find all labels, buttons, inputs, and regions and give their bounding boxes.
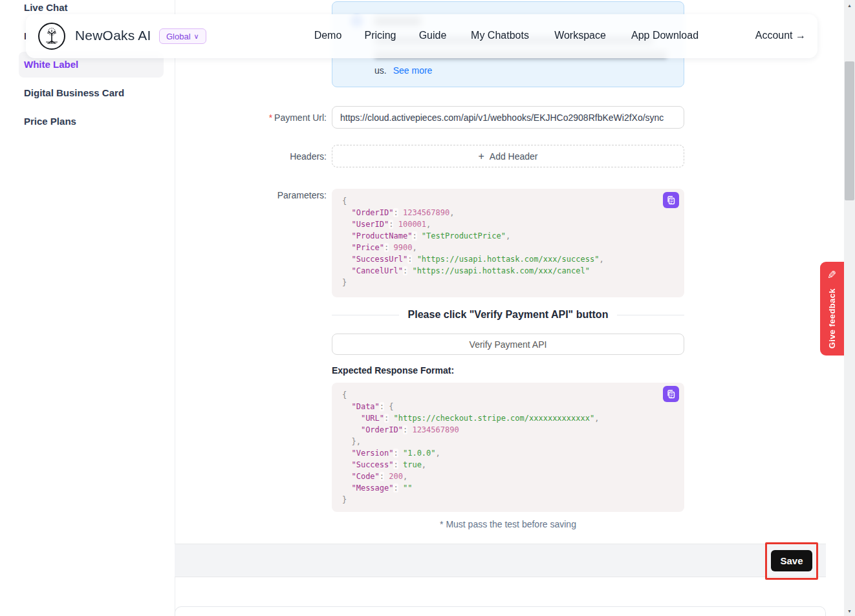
sidebar-item-price-plans[interactable]: Price Plans [24, 116, 76, 127]
code-line: "Code": 200, [342, 471, 674, 482]
code-line: "Message": "" [342, 482, 674, 494]
save-button[interactable]: Save [771, 550, 812, 571]
nav-link-account[interactable]: Account → [755, 30, 806, 41]
code-token: "OrderID" [361, 425, 403, 434]
region-selector-dropdown[interactable]: Global ∨ [159, 28, 206, 44]
code-token: : [412, 231, 417, 240]
code-token: true [403, 460, 422, 469]
nav-link-demo[interactable]: Demo [314, 30, 342, 41]
code-token: , [594, 414, 599, 423]
code-token [398, 483, 403, 493]
payment-url-label: *Payment Url: [175, 112, 327, 123]
code-token: "Message" [351, 483, 393, 493]
code-token: } [342, 495, 347, 504]
code-token: "OrderID" [351, 208, 393, 217]
see-more-link[interactable]: See more [393, 65, 433, 76]
code-token: : [393, 483, 398, 493]
copy-response-button[interactable] [663, 386, 679, 402]
required-asterisk: * [269, 112, 272, 123]
verify-hint-divider: Please click "Verify Payment API" button [332, 307, 684, 323]
give-feedback-tab[interactable]: ✎ Give feedback [820, 262, 844, 356]
nav-link-workspace[interactable]: Workspace [554, 30, 606, 41]
payment-url-input[interactable] [332, 106, 684, 129]
pencil-icon: ✎ [827, 268, 836, 282]
response-code-block: { "Data": { "URL": "https://checkout.str… [332, 383, 684, 512]
give-feedback-label: Give feedback [827, 288, 837, 348]
code-token: , [403, 472, 407, 481]
top-navigation-bar: NewOaks AI Global ∨ Demo Pricing Guide M… [26, 14, 817, 58]
divider-line [332, 315, 399, 315]
nav-link-my-chatbots[interactable]: My Chatbots [471, 30, 529, 41]
code-line: "ProductName": "TestProductPrice", [342, 230, 674, 242]
nav-link-pricing[interactable]: Pricing [365, 30, 396, 41]
newoaks-tree-logo-icon [38, 23, 65, 50]
code-token: "Data" [351, 402, 379, 411]
sidebar-item-live-chat[interactable]: Live Chat [24, 2, 68, 13]
code-token: "https://checkout.stripe.com/xxxxxxxxxxx… [394, 414, 595, 423]
nav-link-app-download[interactable]: App Download [631, 30, 698, 41]
scroll-down-arrow-icon[interactable]: ▼ [844, 606, 855, 616]
nav-link-guide[interactable]: Guide [419, 30, 447, 41]
code-token [342, 483, 351, 493]
code-token [342, 208, 351, 217]
code-line: "OrderID": 1234567890, [342, 207, 674, 218]
code-token: 200 [389, 472, 403, 481]
code-line: "SuccessUrl": "https://usapi.hottask.com… [342, 253, 674, 265]
code-token [342, 402, 351, 411]
code-line: "Success": true, [342, 459, 674, 471]
code-token [342, 460, 351, 469]
code-token: , [506, 231, 510, 240]
code-token: "SuccessUrl" [351, 255, 407, 264]
sidebar-item-digital-business-card[interactable]: Digital Business Card [24, 87, 124, 98]
code-token [412, 255, 417, 264]
code-token [342, 472, 351, 481]
code-token [389, 243, 393, 252]
form-footer-bar [175, 544, 826, 577]
code-token [393, 220, 398, 229]
code-token: "ProductName" [351, 231, 412, 240]
code-token [342, 414, 361, 423]
code-token: "https://usapi.hottask.com/xxx/cancel" [412, 266, 590, 275]
code-token: 100001 [398, 220, 426, 229]
verify-payment-api-button[interactable]: Verify Payment API [332, 334, 684, 355]
parameters-code-block: { "OrderID": 1234567890, "UserID": 10000… [332, 189, 684, 297]
reminder-trailing-text: us. [374, 65, 387, 76]
code-line: } [342, 277, 674, 288]
code-token: : [393, 208, 398, 217]
code-token [342, 266, 351, 275]
code-token [398, 460, 403, 469]
code-token: "CancelUrl" [351, 266, 402, 275]
plus-icon: + [478, 151, 484, 162]
code-token: "" [403, 483, 412, 493]
code-token: "URL" [361, 414, 384, 423]
code-token [342, 449, 351, 458]
code-token [342, 425, 361, 434]
code-token [398, 208, 403, 217]
code-token [342, 255, 351, 264]
code-line: { [342, 389, 674, 401]
code-token: 1234567890 [412, 425, 459, 434]
scroll-up-arrow-icon[interactable]: ▲ [844, 0, 855, 10]
chevron-down-icon: ∨ [194, 32, 199, 41]
code-token: { [342, 390, 347, 399]
code-token: , [426, 220, 431, 229]
sidebar-item-white-label[interactable]: White Label [24, 59, 78, 70]
code-line: "Version": "1.0.0", [342, 447, 674, 459]
verify-hint-text: Please click "Verify Payment API" button [408, 309, 609, 321]
code-line: "CancelUrl": "https://usapi.hottask.com/… [342, 265, 674, 277]
code-token [417, 231, 422, 240]
code-token: }, [342, 437, 361, 446]
code-token [389, 414, 393, 423]
copy-parameters-button[interactable] [663, 192, 679, 208]
code-token [342, 220, 351, 229]
add-header-button[interactable]: + Add Header [332, 145, 684, 167]
expected-response-format-label: Expected Response Format: [332, 365, 454, 376]
code-token: , [436, 449, 440, 458]
scrollbar-thumb[interactable] [845, 61, 854, 200]
code-token: "Version" [351, 449, 393, 458]
response-json: { "Data": { "URL": "https://checkout.str… [342, 389, 674, 505]
scrollbar: ▲ ▼ [844, 0, 855, 616]
code-token: , [422, 460, 426, 469]
code-token: 1234567890 [403, 208, 449, 217]
code-token [342, 243, 351, 252]
